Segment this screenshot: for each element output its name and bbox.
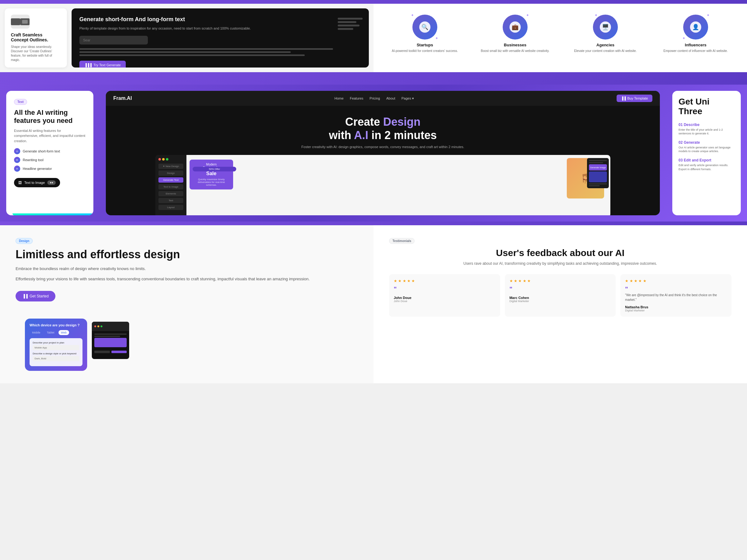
buy-icon: ▐▐ <box>621 97 626 100</box>
bars-icon-2: ▐▐ <box>22 294 28 298</box>
quote-icon-1: " <box>394 286 495 293</box>
author-role-1: John Doue <box>394 300 495 303</box>
heading-design: Design <box>383 115 420 128</box>
decorative-lines <box>338 18 363 30</box>
text-tag-badge: Text <box>14 99 27 105</box>
form-field-1[interactable]: Mobile App <box>33 345 79 350</box>
hero-heading: Create Design with A.I in 2 minutes <box>115 115 650 142</box>
heading-ai: A.I <box>354 129 368 141</box>
craft-card: Craft Seamless Concept Outlines. Shape y… <box>5 8 67 68</box>
tab-mobile[interactable]: Mobile <box>30 330 43 335</box>
testimonial-card-2: ★ ★ ★ ★ ★ " Marc Cohen Digital Marketer <box>505 274 616 317</box>
step-1: 01 Describe Enter the title of your arti… <box>678 123 735 136</box>
feature-icon-2: R <box>14 157 20 163</box>
quote-icon-2: " <box>510 286 611 293</box>
audience-panel: ✦ 🔍 ✦ Startups AI-powered toolkit for co… <box>374 4 747 72</box>
generate-image-btn: Generate Image <box>590 166 606 169</box>
agencies-desc: Elevate your content creation with AI we… <box>563 49 647 53</box>
nav-about[interactable]: About <box>386 97 395 101</box>
sidebar-text-image: Text to Image <box>158 184 183 189</box>
nav-features[interactable]: Features <box>350 97 363 101</box>
nav-home[interactable]: Home <box>335 97 344 101</box>
step-1-desc: Enter the title of your article and 1-2 … <box>678 128 735 136</box>
step-3-num: 03 Edit and Export <box>678 158 735 162</box>
form-field-2[interactable]: Dark, Bold <box>33 356 79 361</box>
startups-icon: ✦ 🔍 ✦ <box>412 15 437 39</box>
startups-desc: AI-powered toolkit for content creators'… <box>383 49 467 53</box>
text-to-image-button[interactable]: 🖼 Text to Image ●● <box>14 178 60 187</box>
offer-badge: 50% Offer <box>193 167 236 171</box>
mockup-right-panel: Generate Image <box>587 158 609 188</box>
influencers-label: Influencers <box>654 43 738 47</box>
image-icon: 🖼 <box>18 181 22 185</box>
nav-pricing[interactable]: Pricing <box>369 97 380 101</box>
right-panel-title: Get UniThree <box>678 97 735 116</box>
heading-with: with <box>329 129 354 141</box>
sidebar-elements: Elements <box>158 191 183 196</box>
try-generate-button[interactable]: ▐▐▐ Try Text Generate <box>79 61 126 68</box>
testimonials-subtitle: Users rave about our AI, transforming cr… <box>389 261 731 266</box>
form-label-2: Describe a design style or pick keyword <box>33 352 79 355</box>
sidebar-text: Text <box>158 198 183 203</box>
quote-icon-3: " <box>625 286 727 293</box>
feature-label-3: Headline generator <box>23 167 52 170</box>
text-features-desc: Essential AI writing features for compre… <box>14 128 85 144</box>
generate-desc: Plenty of template design from to inspir… <box>79 26 361 31</box>
text-features-title: All the AI writing features you need <box>14 109 85 125</box>
sidebar-generate: Generate Text <box>158 177 183 183</box>
audience-startups: ✦ 🔍 ✦ Startups AI-powered toolkit for co… <box>383 15 467 53</box>
heading-create: Create <box>345 115 383 128</box>
step-3-desc: Edit and verify article generation resul… <box>678 163 735 171</box>
author-role-2: Digital Marketer <box>510 300 611 303</box>
hero-content: Create Design with A.I in 2 minutes Fost… <box>106 106 660 215</box>
sidebar-design: Design <box>158 170 183 176</box>
author-name-2: Marc Cohen <box>510 296 611 300</box>
buy-template-button[interactable]: ▐▐ Buy Template <box>617 95 652 102</box>
try-btn-label: Try Text Generate <box>93 63 121 67</box>
businesses-icon: ✦ 💼 <box>503 15 527 39</box>
toggle-icon: ●● <box>47 181 56 185</box>
hero-logo: Fram.AI <box>113 96 132 101</box>
get-started-button[interactable]: ▐▐ Get Started <box>16 291 55 301</box>
mockup-main-area: ModernFurniture for Sale Quickly maximiz… <box>186 155 610 215</box>
tab-web[interactable]: Web <box>58 330 69 335</box>
dot-row <box>158 158 183 161</box>
purple-divider <box>0 72 747 85</box>
agencies-icon: ✦ 🖥️ <box>593 15 618 39</box>
tab-tablet[interactable]: Tablet <box>45 330 57 335</box>
device-mockup-area: Which device are you design ? Mobile Tab… <box>16 309 358 371</box>
generate-card: Generate short-form And long-form text P… <box>72 8 369 68</box>
furniture-sale: Sale <box>193 171 230 177</box>
sidebar-new-design: ✦ New Design <box>158 164 183 169</box>
middle-section: Text All the AI writing features you nee… <box>0 85 747 221</box>
stars-2: ★ ★ ★ ★ ★ <box>510 279 611 283</box>
agencies-label: Agencies <box>563 43 647 47</box>
hero-subtext: Foster creativity with AI: design graphi… <box>115 145 650 149</box>
get-started-label: Get Started <box>30 294 49 298</box>
feature-label-2: Rewriting tool <box>23 158 44 162</box>
sidebar-layout: Layout <box>158 205 183 210</box>
testimonials-title: User's feedback about our AI <box>389 248 731 258</box>
hero-navbar: Fram.AI Home Features Pricing About Page… <box>106 91 660 106</box>
businesses-desc: Boost small biz with versatile AI websit… <box>473 49 557 53</box>
author-name-3: Nattasha Brus <box>625 305 727 309</box>
bottom-purple-banner <box>0 221 747 225</box>
design-para1: Embrace the boundless realm of design wh… <box>16 266 358 272</box>
feature-label-1: Generate short-form text <box>23 149 60 153</box>
audience-grid: ✦ 🔍 ✦ Startups AI-powered toolkit for co… <box>383 15 738 53</box>
craft-card-icon <box>11 15 30 29</box>
craft-card-desc: Shape your ideas seamlessly. Discover ou… <box>11 45 61 62</box>
feature-item-1: G Generate short-form text <box>14 148 85 154</box>
nav-pages[interactable]: Pages ▾ <box>402 97 414 101</box>
generate-search-input[interactable] <box>79 36 148 45</box>
audience-influencers: ✦ 👤 ✦ Influencers Empower content of inf… <box>654 15 738 53</box>
testimonials-tag: Testimonials <box>389 238 415 244</box>
design-tag: Design <box>16 238 33 244</box>
testimonials-panel: Testimonials User's feedback about our A… <box>374 225 747 383</box>
bars-icon: ▐▐▐ <box>84 63 92 67</box>
hero-mockup: ✦ New Design Design Generate Text Text t… <box>155 155 610 215</box>
design-title: Limitless and effortless design <box>16 248 358 261</box>
furniture-promo-card: ModernFurniture for Sale Quickly maximiz… <box>189 160 233 189</box>
step-2-num: 02 Generate <box>678 140 735 145</box>
top-purple-banner <box>0 0 747 4</box>
